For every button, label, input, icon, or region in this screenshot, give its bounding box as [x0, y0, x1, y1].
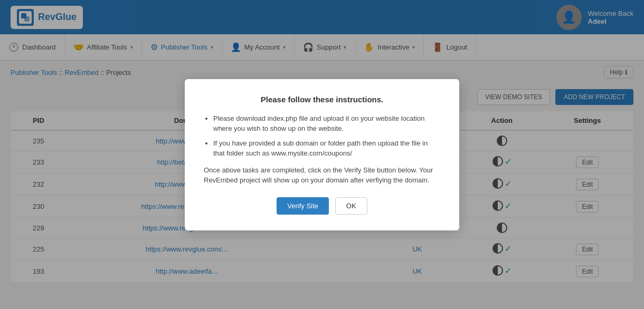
modal-note: Once above tasks are completed, click on…: [204, 165, 440, 186]
instructions-list: Please download index.php file and uploa…: [213, 113, 440, 159]
modal-instructions: Please download index.php file and uploa…: [204, 113, 440, 186]
modal-title: Please follow these instructions.: [204, 95, 440, 104]
modal-actions: Verify Site OK: [204, 197, 440, 215]
verify-site-button[interactable]: Verify Site: [277, 197, 329, 215]
modal-dialog: Please follow these instructions. Please…: [185, 79, 459, 230]
ok-button[interactable]: OK: [335, 197, 367, 215]
instruction-2: If you have provided a sub domain or fol…: [213, 138, 440, 159]
modal-overlay: Please follow these instructions. Please…: [0, 0, 644, 293]
instruction-1: Please download index.php file and uploa…: [213, 113, 440, 134]
